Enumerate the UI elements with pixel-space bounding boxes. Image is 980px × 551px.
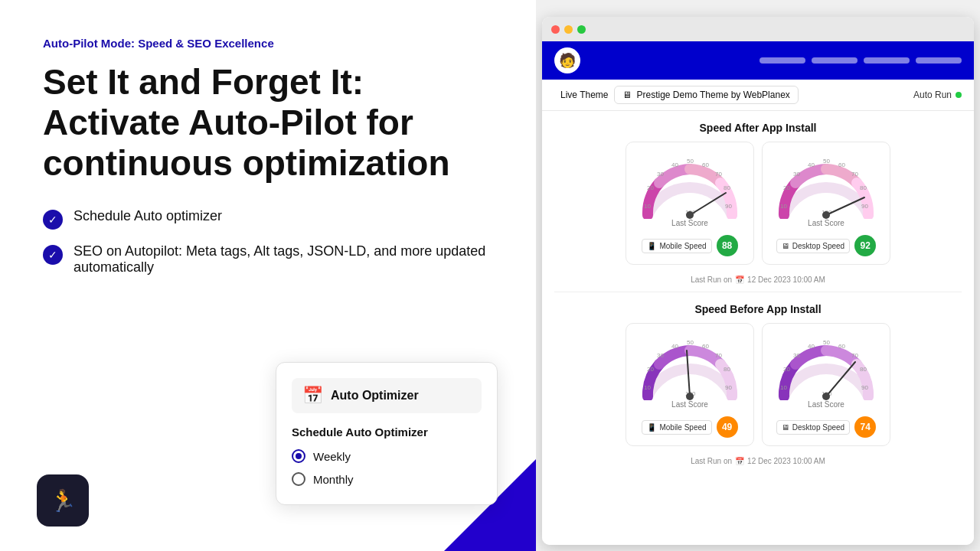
mobile-speed-label: Mobile Speed <box>659 242 706 250</box>
desktop-score-before: 74 <box>854 416 876 438</box>
svg-text:70: 70 <box>715 352 722 359</box>
svg-text:20: 20 <box>647 366 654 373</box>
svg-point-35 <box>686 393 694 400</box>
svg-text:20: 20 <box>783 366 790 373</box>
right-panel: 🧑 Live Theme 🖥 Prestige Demo Theme by We… <box>536 0 980 551</box>
desktop-device-label-before: 🖥 Desktop Speed <box>776 420 850 435</box>
green-dot <box>956 92 962 98</box>
mobile-gauge-before: 10 20 30 40 50 60 70 80 90 100 <box>626 323 754 446</box>
main-heading: Set It and Forget It: Activate Auto-Pilo… <box>43 62 493 184</box>
mobile-device-label-before: 📱 Mobile Speed <box>642 420 711 435</box>
gauge-svg-desktop-before: 10 20 30 40 50 60 70 80 90 100 <box>773 331 880 400</box>
left-panel: Auto-Pilot Mode: Speed & SEO Excellence … <box>0 0 536 551</box>
svg-text:30: 30 <box>657 352 664 359</box>
speed-before-section: Speed Before App Install 10 <box>542 292 974 452</box>
last-run-label-before: Last Run on <box>691 457 732 465</box>
check-icon: ✓ <box>43 210 63 230</box>
schedule-label: Schedule Auto Optimizer <box>292 425 482 439</box>
minimize-icon[interactable] <box>564 25 573 34</box>
last-score-label-desktop-before: Last Score <box>808 400 844 409</box>
tab-bar: Live Theme 🖥 Prestige Demo Theme by WebP… <box>542 80 974 111</box>
svg-text:90: 90 <box>861 203 868 210</box>
svg-text:30: 30 <box>793 352 800 359</box>
mobile-device-label: 📱 Mobile Speed <box>642 239 711 253</box>
gauges-row-before: 10 20 30 40 50 60 70 80 90 100 <box>554 323 962 446</box>
calendar-small-icon-before: 📅 <box>735 457 744 465</box>
list-item: ✓ Schedule Auto optimizer <box>43 208 493 230</box>
mobile-speed-label-before: Mobile Speed <box>659 423 706 432</box>
list-item: ✓ SEO on Autopilot: Meta tags, Alt tags,… <box>43 243 493 276</box>
close-icon[interactable] <box>551 25 560 34</box>
score-row-desktop-before: 🖥 Desktop Speed 74 <box>776 416 876 438</box>
score-row-desktop-after: 🖥 Desktop Speed 92 <box>776 235 876 256</box>
gauge-svg-mobile-before: 10 20 30 40 50 60 70 80 90 100 <box>636 331 743 400</box>
nav-link <box>864 57 910 64</box>
calendar-small-icon: 📅 <box>735 276 744 284</box>
svg-text:50: 50 <box>823 158 830 165</box>
phone-icon-before: 📱 <box>647 423 656 432</box>
radio-circle-monthly <box>292 472 305 486</box>
svg-text:30: 30 <box>657 171 664 178</box>
svg-text:20: 20 <box>647 184 654 191</box>
svg-text:40: 40 <box>808 343 815 350</box>
desktop-gauge-after: 10 20 30 40 50 60 70 80 90 100 <box>762 142 890 265</box>
last-score-label-mobile-before: Last Score <box>671 400 708 409</box>
nav-link <box>760 57 805 64</box>
browser-window: 🧑 Live Theme 🖥 Prestige Demo Theme by We… <box>542 17 974 545</box>
logo-badge: 🏃 <box>37 474 89 527</box>
svg-text:60: 60 <box>838 161 845 168</box>
svg-point-11 <box>686 211 694 219</box>
last-run-after: Last Run on 📅 12 Dec 2023 10:00 AM <box>542 271 974 292</box>
feature-text: Schedule Auto optimizer <box>74 208 222 224</box>
svg-text:10: 10 <box>644 384 651 391</box>
svg-text:10: 10 <box>780 384 787 391</box>
svg-text:80: 80 <box>724 366 730 373</box>
feature-list: ✓ Schedule Auto optimizer ✓ SEO on Autop… <box>43 208 493 289</box>
auto-optimizer-popup: 📅 Auto Optimizer Schedule Auto Optimizer… <box>276 362 498 505</box>
svg-text:70: 70 <box>851 352 858 359</box>
popup-title: Auto Optimizer <box>331 389 419 403</box>
svg-text:60: 60 <box>838 343 845 350</box>
radio-label-monthly: Monthly <box>313 473 354 486</box>
speed-after-section: Speed After App Install <box>542 111 974 271</box>
svg-text:90: 90 <box>725 203 732 210</box>
nav-link <box>812 57 858 64</box>
maximize-icon[interactable] <box>577 25 586 34</box>
last-run-before: Last Run on 📅 12 Dec 2023 10:00 AM <box>542 452 974 473</box>
radio-circle-weekly <box>292 449 305 463</box>
calendar-icon: 📅 <box>302 386 323 406</box>
svg-text:20: 20 <box>783 184 790 191</box>
desktop-device-label: 🖥 Desktop Speed <box>776 239 850 253</box>
svg-text:70: 70 <box>851 171 858 178</box>
svg-text:40: 40 <box>671 161 678 168</box>
svg-text:10: 10 <box>644 203 651 210</box>
svg-text:50: 50 <box>687 339 694 346</box>
mobile-score-after: 88 <box>717 235 738 256</box>
desktop-score-after: 92 <box>854 235 876 256</box>
monitor-icon: 🖥 <box>622 90 632 100</box>
svg-text:80: 80 <box>860 366 867 373</box>
svg-text:80: 80 <box>724 184 730 191</box>
speed-after-title: Speed After App Install <box>554 122 962 134</box>
tab-live-theme[interactable]: Live Theme <box>554 86 614 103</box>
last-run-date-before: 12 Dec 2023 10:00 AM <box>747 457 825 465</box>
gauge-svg-desktop-after: 10 20 30 40 50 60 70 80 90 100 <box>773 150 880 219</box>
score-row-mobile-before: 📱 Mobile Speed 49 <box>642 416 737 438</box>
browser-content: Live Theme 🖥 Prestige Demo Theme by WebP… <box>542 80 974 545</box>
phone-icon: 📱 <box>647 242 656 250</box>
svg-text:40: 40 <box>808 161 815 168</box>
svg-text:70: 70 <box>715 171 722 178</box>
tab-prestige-theme[interactable]: 🖥 Prestige Demo Theme by WebPlanex <box>614 86 798 104</box>
mobile-score-before: 49 <box>717 416 738 438</box>
radio-weekly[interactable]: Weekly <box>292 449 482 463</box>
desktop-speed-label: Desktop Speed <box>792 242 844 250</box>
gauge-svg-mobile-after: 10 20 30 40 50 60 70 80 90 100 <box>636 150 743 219</box>
last-run-date-after: 12 Dec 2023 10:00 AM <box>747 276 825 284</box>
last-score-label-mobile-after: Last Score <box>671 219 708 227</box>
tab-prestige-label: Prestige Demo Theme by WebPlanex <box>636 90 789 100</box>
radio-label-weekly: Weekly <box>313 450 351 463</box>
svg-text:60: 60 <box>702 161 709 168</box>
monitor-icon-before: 🖥 <box>782 423 789 432</box>
radio-monthly[interactable]: Monthly <box>292 472 482 486</box>
svg-text:60: 60 <box>702 343 709 350</box>
